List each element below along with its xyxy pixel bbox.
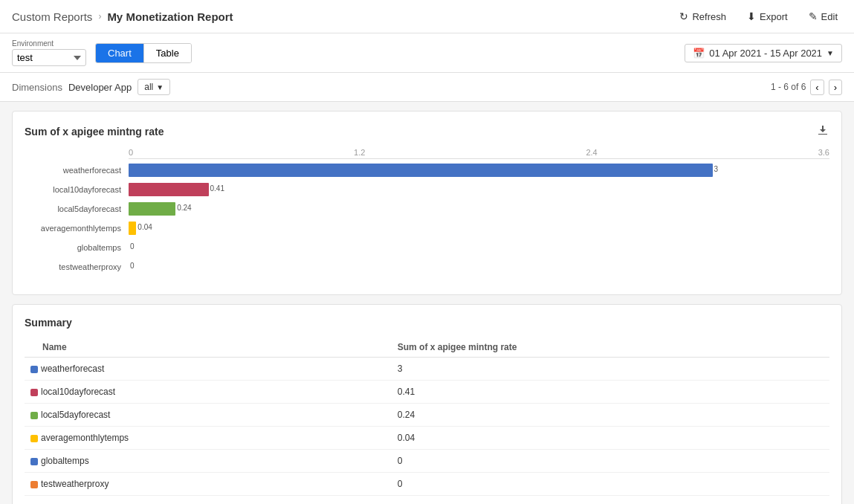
main-content: Sum of x apigee mintng rate 01.22.43.6 w… — [0, 102, 854, 504]
chart-bar-container: 3 — [129, 164, 829, 177]
refresh-label: Refresh — [692, 11, 726, 22]
chart-bar-value-label: 3 — [714, 165, 722, 173]
pagination-next-button[interactable]: › — [829, 80, 842, 95]
chart-title: Sum of x apigee mintng rate — [25, 126, 164, 138]
chart-row-label: testweatherproxy — [25, 262, 121, 271]
table-cell-name: local10dayforecast — [25, 381, 392, 404]
table-cell-name-text: local5dayforecast — [41, 410, 110, 420]
chart-row-label: weatherforecast — [25, 166, 121, 175]
breadcrumb: Custom Reports › My Monetization Report — [12, 10, 233, 23]
chart-download-button[interactable] — [816, 123, 829, 139]
table-tab[interactable]: Table — [144, 44, 191, 62]
date-range-chevron-icon: ▼ — [826, 49, 834, 57]
header-actions: ↻ Refresh ⬇ Export ✎ Edit — [675, 7, 842, 25]
col-name-header: Name — [25, 337, 392, 358]
table-row: testweatherproxy0 — [25, 473, 829, 496]
chart-row: globaltemps0 — [129, 239, 829, 256]
chart-axis-label: 0 — [129, 148, 133, 157]
summary-title: Summary — [25, 317, 829, 329]
chart-bar — [129, 202, 175, 216]
chart-bar-container: 0.41 — [129, 183, 829, 196]
dimensions-bar: Dimensions Developer App all ▼ 1 - 6 of … — [0, 73, 854, 102]
chart-bar-container: 0 — [129, 260, 829, 274]
refresh-icon: ↻ — [679, 10, 688, 22]
chart-row-label: local10dayforecast — [25, 185, 121, 194]
color-dot — [30, 435, 38, 442]
chart-axis-label: 2.4 — [586, 148, 597, 157]
table-cell-value: 0 — [392, 473, 829, 496]
calendar-icon: 📅 — [693, 48, 705, 59]
table-cell-name-text: testweatherproxy — [41, 479, 109, 489]
chart-row: local10dayforecast0.41 — [129, 181, 829, 198]
date-range-selector[interactable]: 📅 01 Apr 2021 - 15 Apr 2021 ▼ — [685, 44, 842, 62]
refresh-button[interactable]: ↻ Refresh — [675, 7, 731, 25]
environment-select-wrap: Environment test prod — [12, 39, 86, 66]
date-range-text: 01 Apr 2021 - 15 Apr 2021 — [709, 48, 822, 59]
chart-row: testweatherproxy0 — [129, 259, 829, 275]
table-cell-name: weatherforecast — [25, 358, 392, 381]
chart-bar-value-label: 0 — [130, 262, 138, 270]
pagination-prev-button[interactable]: ‹ — [810, 80, 824, 95]
chart-bar-container: 0.04 — [129, 222, 829, 235]
chart-row-label: averagemonthlytemps — [25, 224, 121, 233]
dimension-tag: Developer App — [68, 82, 132, 93]
table-cell-value: 3 — [392, 358, 829, 381]
table-cell-value: 0.04 — [392, 427, 829, 450]
export-icon: ⬇ — [747, 10, 756, 22]
chart-bar-value-label: 0.04 — [138, 223, 155, 231]
color-dot — [30, 412, 38, 419]
table-row: globaltemps0 — [25, 450, 829, 473]
chart-axis: 01.22.43.6 — [129, 148, 829, 159]
view-tabs: Chart Table — [95, 43, 192, 63]
environment-label: Environment — [12, 39, 86, 48]
chart-bar — [129, 183, 209, 196]
header: Custom Reports › My Monetization Report … — [0, 0, 854, 33]
table-row: local10dayforecast0.41 — [25, 381, 829, 404]
table-cell-name-text: globaltemps — [41, 456, 89, 466]
dimension-filter[interactable]: all ▼ — [138, 79, 170, 95]
toolbar-left: Environment test prod Chart Table — [12, 39, 192, 66]
table-cell-name-text: local10dayforecast — [41, 387, 115, 397]
table-row: weatherforecast3 — [25, 358, 829, 381]
table-row: local5dayforecast0.24 — [25, 404, 829, 427]
table-cell-value: 0.41 — [392, 381, 829, 404]
table-cell-name-text: averagemonthlytemps — [41, 433, 129, 443]
pagination: 1 - 6 of 6 ‹ › — [771, 80, 842, 95]
breadcrumb-current: My Monetization Report — [107, 10, 233, 23]
edit-icon: ✎ — [809, 10, 818, 22]
pagination-text: 1 - 6 of 6 — [771, 82, 806, 92]
breadcrumb-parent[interactable]: Custom Reports — [12, 10, 92, 23]
dimensions-left: Dimensions Developer App all ▼ — [12, 79, 170, 95]
chart-axis-label: 1.2 — [354, 148, 365, 157]
chart-tab[interactable]: Chart — [96, 44, 144, 62]
color-dot — [30, 458, 38, 465]
summary-table-body: weatherforecast3local10dayforecast0.41lo… — [25, 358, 829, 496]
chart-row: averagemonthlytemps0.04 — [129, 220, 829, 236]
summary-table: Name Sum of x apigee mintng rate weather… — [25, 337, 829, 496]
table-cell-name-text: weatherforecast — [41, 364, 104, 374]
table-cell-value: 0.24 — [392, 404, 829, 427]
edit-button[interactable]: ✎ Edit — [804, 7, 842, 25]
color-dot — [30, 481, 38, 488]
chart-bar-value-label: 0.24 — [177, 204, 194, 212]
export-label: Export — [760, 11, 788, 22]
table-cell-name: averagemonthlytemps — [25, 427, 392, 450]
chart-row: local5dayforecast0.24 — [129, 201, 829, 217]
table-cell-name: globaltemps — [25, 450, 392, 473]
chart-bar-value-label: 0 — [130, 242, 138, 251]
chart-area: 01.22.43.6 weatherforecast3local10dayfor… — [25, 148, 829, 282]
color-dot — [30, 366, 38, 373]
chart-bar — [129, 222, 136, 235]
chart-rows: weatherforecast3local10dayforecast0.41lo… — [129, 162, 829, 275]
table-cell-value: 0 — [392, 450, 829, 473]
summary-card: Summary Name Sum of x apigee mintng rate… — [12, 304, 842, 504]
toolbar: Environment test prod Chart Table 📅 01 A… — [0, 33, 854, 73]
download-icon — [816, 123, 829, 137]
chart-row-label: local5dayforecast — [25, 204, 121, 213]
summary-table-header-row: Name Sum of x apigee mintng rate — [25, 337, 829, 358]
chart-card: Sum of x apigee mintng rate 01.22.43.6 w… — [12, 111, 842, 295]
environment-select[interactable]: test prod — [12, 49, 86, 66]
color-dot — [30, 389, 38, 396]
chart-bar-value-label: 0.41 — [210, 184, 227, 193]
export-button[interactable]: ⬇ Export — [743, 7, 792, 25]
